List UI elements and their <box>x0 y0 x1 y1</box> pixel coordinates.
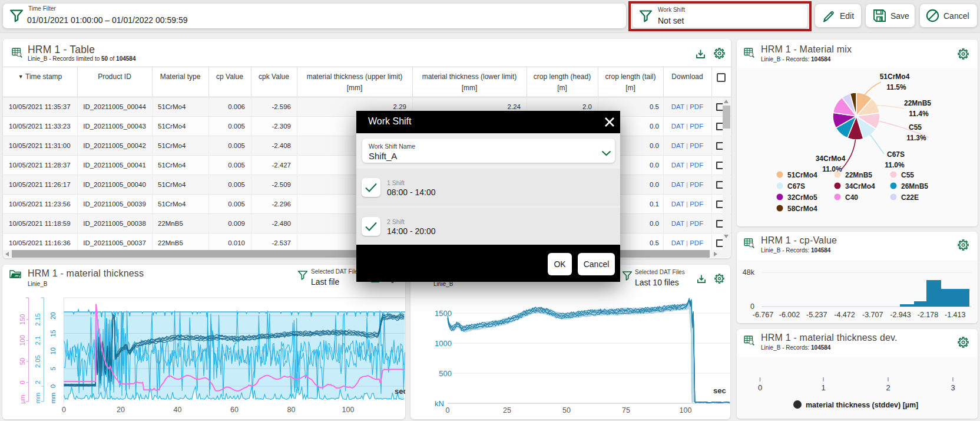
svg-text:0: 0 <box>62 406 66 414</box>
svg-text:C67S: C67S <box>787 182 805 190</box>
svg-text:1500: 1500 <box>435 309 452 318</box>
svg-text:100: 100 <box>19 335 26 346</box>
svg-text:48k: 48k <box>743 268 755 277</box>
svg-text:1: 1 <box>821 383 825 392</box>
svg-text:-4.472: -4.472 <box>834 311 855 319</box>
svg-text:0: 0 <box>446 406 450 415</box>
svg-text:51CrMo4: 51CrMo4 <box>787 171 817 179</box>
svg-text:150: 150 <box>19 314 26 325</box>
svg-text:34CrMo4: 34CrMo4 <box>816 154 846 163</box>
svg-text:C67S: C67S <box>887 150 905 159</box>
svg-text:40: 40 <box>174 406 182 414</box>
svg-text:20: 20 <box>49 312 57 319</box>
svg-text:100: 100 <box>680 406 692 415</box>
svg-text:0: 0 <box>758 383 762 392</box>
svg-text:mm: mm <box>34 393 41 403</box>
svg-text:22MnB5: 22MnB5 <box>904 99 931 107</box>
svg-text:C40: C40 <box>845 193 858 202</box>
svg-text:-3.707: -3.707 <box>862 311 883 319</box>
svg-text:0: 0 <box>19 380 26 384</box>
svg-text:1000: 1000 <box>435 339 452 348</box>
svg-text:-2.943: -2.943 <box>890 311 911 319</box>
svg-text:-1.413: -1.413 <box>945 311 965 319</box>
svg-text:11.3%: 11.3% <box>906 134 926 142</box>
svg-text:34CrMo4: 34CrMo4 <box>845 182 875 190</box>
svg-text:-5.237: -5.237 <box>806 311 827 319</box>
svg-text:22MnB5: 22MnB5 <box>845 171 872 179</box>
svg-text:C55: C55 <box>901 171 914 179</box>
svg-text:2: 2 <box>886 383 890 392</box>
svg-text:-6.767: -6.767 <box>753 311 773 319</box>
svg-text:58CrMo4: 58CrMo4 <box>787 205 817 213</box>
svg-text:C55: C55 <box>909 123 922 131</box>
svg-text:20: 20 <box>117 406 125 414</box>
svg-text:2.15: 2.15 <box>34 313 41 325</box>
svg-text:60: 60 <box>230 406 239 414</box>
svg-text:11.0%: 11.0% <box>885 161 905 169</box>
svg-text:26MnB5: 26MnB5 <box>901 182 928 190</box>
svg-text:32CrMo5: 32CrMo5 <box>787 193 817 202</box>
svg-text:100: 100 <box>342 406 355 414</box>
svg-text:mm: mm <box>49 393 57 403</box>
svg-text:25: 25 <box>503 406 511 415</box>
svg-text:50: 50 <box>19 358 26 365</box>
svg-text:50: 50 <box>562 406 571 415</box>
svg-text:2.1: 2.1 <box>34 336 41 345</box>
svg-text:-2.178: -2.178 <box>918 311 938 319</box>
svg-text:11.5%: 11.5% <box>886 83 906 91</box>
svg-text:3: 3 <box>951 383 955 392</box>
svg-text:2.05: 2.05 <box>34 355 41 367</box>
svg-text:75: 75 <box>622 406 630 415</box>
svg-text:0: 0 <box>49 384 57 388</box>
svg-text:5: 5 <box>49 367 57 370</box>
svg-text:10: 10 <box>49 347 57 354</box>
svg-text:kN: kN <box>435 399 444 408</box>
svg-text:sec: sec <box>713 386 726 395</box>
svg-text:0: 0 <box>750 302 754 311</box>
svg-text:11.4%: 11.4% <box>909 110 929 118</box>
svg-text:80: 80 <box>287 406 296 414</box>
svg-text:500: 500 <box>439 369 452 378</box>
svg-text:sec: sec <box>395 387 405 396</box>
svg-text:-6.002: -6.002 <box>779 311 800 319</box>
svg-text:C22E: C22E <box>901 193 919 202</box>
svg-text:µm: µm <box>19 394 26 404</box>
svg-text:15: 15 <box>49 330 57 337</box>
svg-text:material thickness (stddev) [µ: material thickness (stddev) [µm] <box>806 401 918 409</box>
svg-text:2: 2 <box>34 380 41 384</box>
svg-text:51CrMo4: 51CrMo4 <box>880 73 910 81</box>
